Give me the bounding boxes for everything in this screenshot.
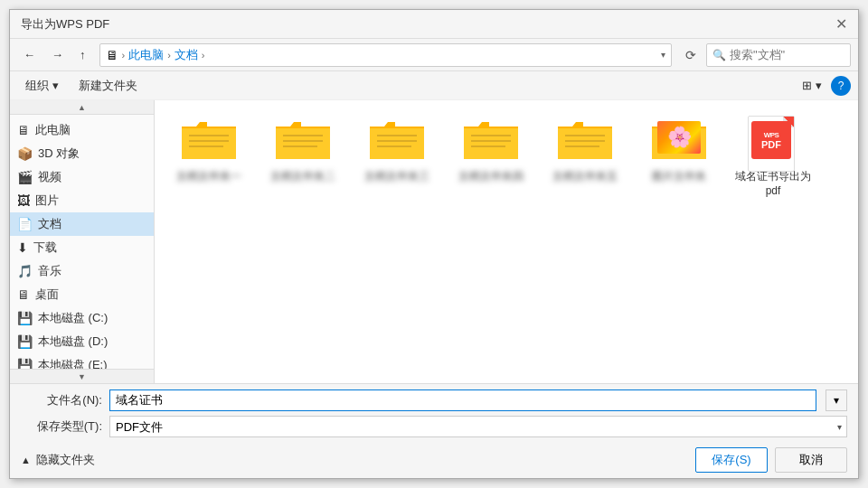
search-icon: 🔍	[712, 49, 726, 61]
view-button[interactable]: ⊞ ▾	[797, 76, 827, 95]
sidebar-scroll-down[interactable]: ▼	[10, 369, 154, 383]
sidebar-item-local-c[interactable]: 💾 本地磁盘 (C:)	[10, 306, 155, 330]
filename-input[interactable]	[109, 389, 816, 411]
help-button[interactable]: ?	[831, 76, 851, 96]
file-name-1: 文档文件夹一	[168, 170, 250, 184]
sub-toolbar: 组织 ▾ 新建文件夹 ⊞ ▾ ?	[10, 71, 858, 100]
save-button[interactable]: 保存(S)	[695, 447, 768, 473]
image-folder-icon: 🌸	[650, 116, 708, 166]
filetype-label: 保存类型(T):	[21, 418, 102, 435]
file-name-7: 域名证书导出为pdf	[732, 170, 814, 198]
sidebar-item-download[interactable]: ⬇ 下载	[10, 236, 155, 259]
sidebar-item-3d[interactable]: 📦 3D 对象	[10, 142, 155, 165]
path-segment-doc[interactable]: 文档	[175, 47, 198, 63]
title-bar: 导出为WPS PDF ✕	[10, 10, 858, 39]
file-name-5: 文档文件夹五	[544, 170, 626, 184]
filetype-select-wrapper: PDF文件 ▾	[109, 416, 847, 437]
file-item-pdf[interactable]: WPS PDF 域名证书导出为pdf	[728, 109, 818, 204]
organize-button[interactable]: 组织 ▾	[17, 75, 67, 97]
file-item[interactable]: 文档文件夹四	[446, 109, 536, 204]
sidebar: 🖥 此电脑 📦 3D 对象 🎬 视频 🖼 图片	[10, 115, 155, 369]
back-button[interactable]: ←	[17, 44, 42, 65]
path-bar: 🖥 › 此电脑 › 文档 › ▾	[99, 43, 673, 67]
close-button[interactable]: ✕	[831, 14, 851, 34]
path-segment-computer[interactable]: 此电脑	[128, 47, 164, 63]
filetype-row: 保存类型(T): PDF文件 ▾	[21, 416, 847, 437]
computer-icon: 🖥	[17, 123, 30, 137]
content-area: 文档文件夹一 文档文件夹二	[155, 100, 858, 383]
sidebar-item-local-e[interactable]: 💾 本地磁盘 (E:)	[10, 353, 155, 369]
folder-icon-1	[180, 116, 238, 166]
file-name-2: 文档文件夹二	[262, 170, 344, 184]
toggle-hidden-label: 隐藏文件夹	[36, 452, 95, 468]
toggle-arrow: ▲	[21, 455, 31, 465]
doc-icon: 📄	[17, 217, 33, 231]
path-dropdown-button[interactable]: ▾	[661, 50, 665, 60]
3d-icon: 📦	[17, 146, 33, 161]
disk-c-icon: 💾	[17, 311, 33, 325]
desktop-icon: 🖥	[17, 287, 30, 302]
file-name-6: 图片文件夹	[638, 170, 720, 184]
file-item-image-folder[interactable]: 🌸 图片文件夹	[634, 109, 724, 204]
action-row: ▲ 隐藏文件夹 保存(S) 取消	[21, 442, 847, 473]
music-icon: 🎵	[17, 264, 33, 278]
sidebar-item-image[interactable]: 🖼 图片	[10, 189, 155, 212]
disk-e-icon: 💾	[17, 358, 33, 369]
image-icon: 🖼	[17, 193, 30, 208]
forward-button[interactable]: →	[45, 44, 70, 65]
file-name-4: 文档文件夹四	[450, 170, 532, 184]
file-item[interactable]: 文档文件夹五	[540, 109, 630, 204]
folder-icon-4	[462, 116, 520, 166]
sidebar-item-desktop[interactable]: 🖥 桌面	[10, 283, 155, 306]
filetype-select[interactable]: PDF文件	[109, 416, 847, 437]
up-button[interactable]: ↑	[73, 44, 92, 65]
sidebar-item-computer[interactable]: 🖥 此电脑	[10, 118, 155, 142]
file-item[interactable]: 文档文件夹一	[164, 109, 254, 204]
folder-icon-2	[274, 116, 332, 166]
filename-row: 文件名(N): ▾	[21, 389, 847, 411]
main-area: ▲ 🖥 此电脑 📦 3D 对象 🎬 视频 🖼	[10, 100, 858, 383]
search-input[interactable]	[730, 48, 838, 61]
folder-icon-3	[368, 116, 426, 166]
sidebar-item-music[interactable]: 🎵 音乐	[10, 259, 155, 283]
filename-label: 文件名(N):	[21, 392, 102, 408]
filename-dropdown-button[interactable]: ▾	[826, 389, 847, 411]
path-icon: 🖥	[106, 48, 118, 62]
search-bar: 🔍	[706, 43, 851, 67]
file-name-3: 文档文件夹三	[356, 170, 438, 184]
disk-d-icon: 💾	[17, 334, 33, 349]
download-icon: ⬇	[17, 240, 28, 255]
folder-icon-5	[556, 116, 614, 166]
toggle-hidden-folder[interactable]: ▲ 隐藏文件夹	[21, 452, 95, 468]
video-icon: 🎬	[17, 170, 33, 184]
sidebar-scroll-up[interactable]: ▲	[10, 100, 154, 115]
file-item[interactable]: 文档文件夹三	[352, 109, 442, 204]
pdf-file-icon: WPS PDF	[744, 116, 802, 166]
dialog-title: 导出为WPS PDF	[21, 16, 109, 33]
cancel-button[interactable]: 取消	[775, 447, 847, 473]
sidebar-item-video[interactable]: 🎬 视频	[10, 165, 155, 189]
file-item[interactable]: 文档文件夹二	[258, 109, 348, 204]
sidebar-item-local-d[interactable]: 💾 本地磁盘 (D:)	[10, 330, 155, 353]
refresh-button[interactable]: ⟳	[679, 43, 703, 67]
sidebar-item-doc[interactable]: 📄 文档	[10, 212, 155, 236]
new-folder-button[interactable]: 新建文件夹	[71, 75, 146, 97]
bottom-bar: 文件名(N): ▾ 保存类型(T): PDF文件 ▾ ▲ 隐藏文件夹 保存(S)…	[10, 383, 858, 478]
address-toolbar: ← → ↑ 🖥 › 此电脑 › 文档 › ▾ ⟳ 🔍	[10, 39, 858, 71]
save-dialog: 导出为WPS PDF ✕ ← → ↑ 🖥 › 此电脑 › 文档 › ▾ ⟳ 🔍 …	[9, 9, 859, 479]
